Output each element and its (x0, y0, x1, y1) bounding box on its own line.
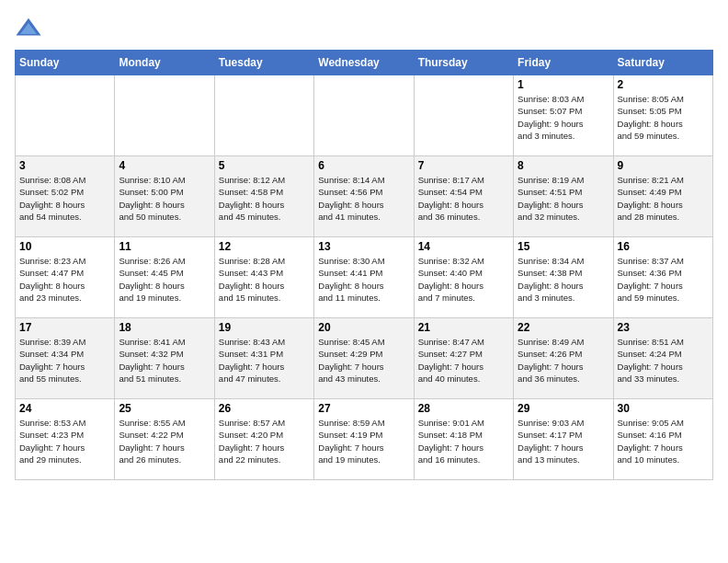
calendar-cell: 14Sunrise: 8:32 AM Sunset: 4:40 PM Dayli… (414, 237, 513, 318)
page-header (15, 15, 713, 42)
day-info: Sunrise: 8:14 AM Sunset: 4:56 PM Dayligh… (318, 174, 409, 223)
calendar-header-thursday: Thursday (414, 51, 513, 75)
calendar-cell: 25Sunrise: 8:55 AM Sunset: 4:22 PM Dayli… (115, 399, 214, 480)
calendar-cell: 20Sunrise: 8:45 AM Sunset: 4:29 PM Dayli… (314, 318, 414, 399)
day-info: Sunrise: 8:53 AM Sunset: 4:23 PM Dayligh… (19, 417, 110, 465)
day-info: Sunrise: 8:03 AM Sunset: 5:07 PM Dayligh… (518, 93, 609, 142)
day-number: 15 (518, 240, 609, 253)
day-number: 29 (518, 402, 609, 415)
day-info: Sunrise: 8:30 AM Sunset: 4:41 PM Dayligh… (318, 255, 409, 304)
day-info: Sunrise: 8:26 AM Sunset: 4:45 PM Dayligh… (119, 255, 210, 304)
day-number: 3 (19, 159, 110, 172)
calendar-cell: 9Sunrise: 8:21 AM Sunset: 4:49 PM Daylig… (613, 156, 712, 237)
calendar-header-saturday: Saturday (613, 51, 712, 75)
day-info: Sunrise: 8:21 AM Sunset: 4:49 PM Dayligh… (618, 174, 709, 223)
day-number: 18 (119, 321, 210, 334)
calendar-header-tuesday: Tuesday (214, 51, 313, 75)
day-info: Sunrise: 8:41 AM Sunset: 4:32 PM Dayligh… (119, 336, 210, 385)
day-info: Sunrise: 8:43 AM Sunset: 4:31 PM Dayligh… (219, 336, 310, 385)
calendar-cell: 3Sunrise: 8:08 AM Sunset: 5:02 PM Daylig… (16, 156, 115, 237)
day-info: Sunrise: 8:08 AM Sunset: 5:02 PM Dayligh… (19, 174, 110, 223)
calendar-header-row: SundayMondayTuesdayWednesdayThursdayFrid… (16, 51, 713, 75)
calendar-cell: 29Sunrise: 9:03 AM Sunset: 4:17 PM Dayli… (514, 399, 613, 480)
calendar-cell: 10Sunrise: 8:23 AM Sunset: 4:47 PM Dayli… (16, 237, 115, 318)
calendar-header-wednesday: Wednesday (314, 51, 414, 75)
calendar-header-monday: Monday (115, 51, 214, 75)
day-info: Sunrise: 8:23 AM Sunset: 4:47 PM Dayligh… (19, 255, 110, 304)
calendar-week-row: 3Sunrise: 8:08 AM Sunset: 5:02 PM Daylig… (16, 156, 713, 237)
day-number: 1 (518, 78, 609, 91)
day-info: Sunrise: 8:28 AM Sunset: 4:43 PM Dayligh… (219, 255, 310, 304)
calendar-cell: 1Sunrise: 8:03 AM Sunset: 5:07 PM Daylig… (514, 75, 613, 156)
day-number: 22 (518, 321, 609, 334)
calendar-cell: 19Sunrise: 8:43 AM Sunset: 4:31 PM Dayli… (214, 318, 313, 399)
day-info: Sunrise: 8:39 AM Sunset: 4:34 PM Dayligh… (19, 336, 110, 385)
calendar-cell: 8Sunrise: 8:19 AM Sunset: 4:51 PM Daylig… (514, 156, 613, 237)
calendar-cell: 12Sunrise: 8:28 AM Sunset: 4:43 PM Dayli… (214, 237, 313, 318)
calendar-header-friday: Friday (514, 51, 613, 75)
day-info: Sunrise: 8:34 AM Sunset: 4:38 PM Dayligh… (518, 255, 609, 304)
calendar-cell: 2Sunrise: 8:05 AM Sunset: 5:05 PM Daylig… (613, 75, 712, 156)
calendar-cell: 6Sunrise: 8:14 AM Sunset: 4:56 PM Daylig… (314, 156, 414, 237)
day-number: 8 (518, 159, 609, 172)
day-number: 10 (19, 240, 110, 253)
calendar-cell: 21Sunrise: 8:47 AM Sunset: 4:27 PM Dayli… (414, 318, 513, 399)
day-info: Sunrise: 8:19 AM Sunset: 4:51 PM Dayligh… (518, 174, 609, 223)
calendar-cell: 17Sunrise: 8:39 AM Sunset: 4:34 PM Dayli… (16, 318, 115, 399)
day-info: Sunrise: 8:17 AM Sunset: 4:54 PM Dayligh… (418, 174, 509, 223)
calendar-cell: 11Sunrise: 8:26 AM Sunset: 4:45 PM Dayli… (115, 237, 214, 318)
day-info: Sunrise: 8:10 AM Sunset: 5:00 PM Dayligh… (119, 174, 210, 223)
calendar-cell (214, 75, 313, 156)
calendar-cell: 24Sunrise: 8:53 AM Sunset: 4:23 PM Dayli… (16, 399, 115, 480)
day-number: 24 (19, 402, 110, 415)
day-number: 19 (219, 321, 310, 334)
day-info: Sunrise: 9:05 AM Sunset: 4:16 PM Dayligh… (618, 417, 709, 465)
day-number: 23 (618, 321, 709, 334)
day-info: Sunrise: 8:45 AM Sunset: 4:29 PM Dayligh… (318, 336, 409, 385)
calendar-week-row: 24Sunrise: 8:53 AM Sunset: 4:23 PM Dayli… (16, 399, 713, 480)
day-number: 11 (119, 240, 210, 253)
calendar-cell: 26Sunrise: 8:57 AM Sunset: 4:20 PM Dayli… (214, 399, 313, 480)
calendar-cell (115, 75, 214, 156)
day-number: 30 (618, 402, 709, 415)
day-number: 21 (418, 321, 509, 334)
day-number: 14 (418, 240, 509, 253)
calendar-cell (314, 75, 414, 156)
day-number: 17 (19, 321, 110, 334)
calendar-cell: 23Sunrise: 8:51 AM Sunset: 4:24 PM Dayli… (613, 318, 712, 399)
day-number: 5 (219, 159, 310, 172)
calendar-cell: 15Sunrise: 8:34 AM Sunset: 4:38 PM Dayli… (514, 237, 613, 318)
day-info: Sunrise: 8:12 AM Sunset: 4:58 PM Dayligh… (219, 174, 310, 223)
day-number: 12 (219, 240, 310, 253)
calendar-cell: 28Sunrise: 9:01 AM Sunset: 4:18 PM Dayli… (414, 399, 513, 480)
calendar-cell: 13Sunrise: 8:30 AM Sunset: 4:41 PM Dayli… (314, 237, 414, 318)
day-info: Sunrise: 8:32 AM Sunset: 4:40 PM Dayligh… (418, 255, 509, 304)
day-number: 26 (219, 402, 310, 415)
calendar-week-row: 17Sunrise: 8:39 AM Sunset: 4:34 PM Dayli… (16, 318, 713, 399)
day-info: Sunrise: 8:05 AM Sunset: 5:05 PM Dayligh… (618, 93, 709, 142)
day-info: Sunrise: 8:57 AM Sunset: 4:20 PM Dayligh… (219, 417, 310, 465)
day-number: 6 (318, 159, 409, 172)
calendar-cell: 16Sunrise: 8:37 AM Sunset: 4:36 PM Dayli… (613, 237, 712, 318)
day-number: 7 (418, 159, 509, 172)
calendar-cell (414, 75, 513, 156)
calendar-cell: 27Sunrise: 8:59 AM Sunset: 4:19 PM Dayli… (314, 399, 414, 480)
day-number: 20 (318, 321, 409, 334)
calendar-cell (16, 75, 115, 156)
day-number: 9 (618, 159, 709, 172)
day-info: Sunrise: 8:47 AM Sunset: 4:27 PM Dayligh… (418, 336, 509, 385)
day-info: Sunrise: 8:55 AM Sunset: 4:22 PM Dayligh… (119, 417, 210, 465)
day-info: Sunrise: 8:59 AM Sunset: 4:19 PM Dayligh… (318, 417, 409, 465)
day-number: 25 (119, 402, 210, 415)
day-info: Sunrise: 9:01 AM Sunset: 4:18 PM Dayligh… (418, 417, 509, 465)
calendar-week-row: 1Sunrise: 8:03 AM Sunset: 5:07 PM Daylig… (16, 75, 713, 156)
calendar-cell: 4Sunrise: 8:10 AM Sunset: 5:00 PM Daylig… (115, 156, 214, 237)
day-number: 28 (418, 402, 509, 415)
logo-icon (15, 15, 42, 42)
day-number: 27 (318, 402, 409, 415)
calendar-cell: 30Sunrise: 9:05 AM Sunset: 4:16 PM Dayli… (613, 399, 712, 480)
calendar-week-row: 10Sunrise: 8:23 AM Sunset: 4:47 PM Dayli… (16, 237, 713, 318)
logo (15, 15, 46, 42)
day-info: Sunrise: 9:03 AM Sunset: 4:17 PM Dayligh… (518, 417, 609, 465)
calendar-header-sunday: Sunday (16, 51, 115, 75)
